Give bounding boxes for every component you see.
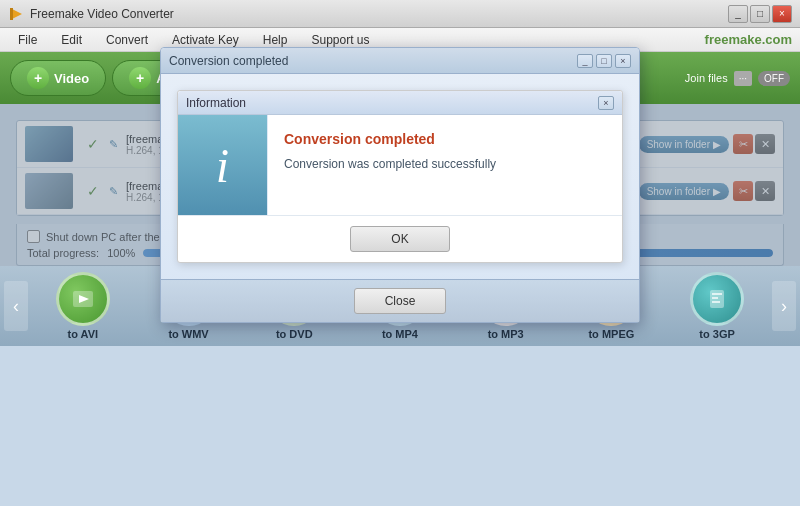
info-dialog: Information × i Conversion completed Con… bbox=[177, 90, 623, 263]
conversion-dialog-controls: _ □ × bbox=[577, 54, 631, 68]
close-button[interactable]: × bbox=[772, 5, 792, 23]
nav-left-arrow[interactable]: ‹ bbox=[4, 281, 28, 331]
conversion-dialog-overlay: Conversion completed _ □ × Information ×… bbox=[0, 104, 800, 266]
info-dialog-footer: OK bbox=[178, 215, 622, 262]
join-files-control: Join files ··· OFF bbox=[685, 71, 790, 86]
title-bar: Freemake Video Converter _ □ × bbox=[0, 0, 800, 28]
minimize-button[interactable]: _ bbox=[728, 5, 748, 23]
join-files-label: Join files bbox=[685, 72, 728, 84]
close-row: Close bbox=[161, 279, 639, 322]
video-button[interactable]: + Video bbox=[10, 60, 106, 96]
wmv-label: to WMV bbox=[168, 328, 208, 340]
menu-convert[interactable]: Convert bbox=[96, 31, 158, 49]
window-controls: _ □ × bbox=[728, 5, 792, 23]
3gp-svg bbox=[703, 285, 731, 313]
svg-rect-17 bbox=[712, 293, 722, 295]
3gp-label: to 3GP bbox=[699, 328, 734, 340]
title-bar-left: Freemake Video Converter bbox=[8, 6, 174, 22]
info-dialog-titlebar: Information × bbox=[178, 91, 622, 115]
app-icon bbox=[8, 6, 24, 22]
info-icon: i bbox=[216, 138, 229, 193]
conversion-dialog: Conversion completed _ □ × Information ×… bbox=[160, 47, 640, 323]
mpeg-label: to MPEG bbox=[588, 328, 634, 340]
conversion-dialog-min[interactable]: _ bbox=[577, 54, 593, 68]
info-heading: Conversion completed bbox=[284, 131, 606, 147]
3gp-icon bbox=[690, 272, 744, 326]
avi-icon bbox=[56, 272, 110, 326]
info-dialog-title: Information bbox=[186, 96, 246, 110]
join-files-toggle[interactable]: OFF bbox=[758, 71, 790, 86]
audio-icon: + bbox=[129, 67, 151, 89]
mp3-label: to MP3 bbox=[488, 328, 524, 340]
format-avi[interactable]: to AVI bbox=[56, 272, 110, 340]
video-label: Video bbox=[54, 71, 89, 86]
info-text-panel: Conversion completed Conversion was comp… bbox=[268, 115, 622, 215]
info-icon-panel: i bbox=[178, 115, 268, 215]
menu-edit[interactable]: Edit bbox=[51, 31, 92, 49]
close-button[interactable]: Close bbox=[354, 288, 447, 314]
menu-file[interactable]: File bbox=[8, 31, 47, 49]
conversion-dialog-title: Conversion completed bbox=[169, 54, 288, 68]
menu-activate-key[interactable]: Activate Key bbox=[162, 31, 249, 49]
conversion-dialog-max[interactable]: □ bbox=[596, 54, 612, 68]
info-dialog-close-button[interactable]: × bbox=[598, 96, 614, 110]
avi-svg bbox=[69, 285, 97, 313]
video-icon: + bbox=[27, 67, 49, 89]
conversion-dialog-titlebar: Conversion completed _ □ × bbox=[161, 48, 639, 74]
brand-label: freemake.com bbox=[705, 32, 792, 47]
info-dialog-content: i Conversion completed Conversion was co… bbox=[178, 115, 622, 215]
join-files-dots[interactable]: ··· bbox=[734, 71, 752, 86]
ok-button[interactable]: OK bbox=[350, 226, 449, 252]
format-3gp[interactable]: to 3GP bbox=[690, 272, 744, 340]
dvd-label: to DVD bbox=[276, 328, 313, 340]
conversion-dialog-close[interactable]: × bbox=[615, 54, 631, 68]
main-panel: ✓ ✎ [freemake.com LOG H.264, 1920x1080, … bbox=[0, 104, 800, 266]
avi-label: to AVI bbox=[68, 328, 99, 340]
window-title: Freemake Video Converter bbox=[30, 7, 174, 21]
mp4-label: to MP4 bbox=[382, 328, 418, 340]
menu-support[interactable]: Support us bbox=[301, 31, 379, 49]
nav-right-arrow[interactable]: › bbox=[772, 281, 796, 331]
svg-rect-18 bbox=[712, 297, 718, 299]
svg-rect-1 bbox=[10, 8, 13, 20]
info-body: Conversion was completed successfully bbox=[284, 157, 606, 171]
maximize-button[interactable]: □ bbox=[750, 5, 770, 23]
svg-rect-19 bbox=[712, 301, 720, 303]
menu-help[interactable]: Help bbox=[253, 31, 298, 49]
